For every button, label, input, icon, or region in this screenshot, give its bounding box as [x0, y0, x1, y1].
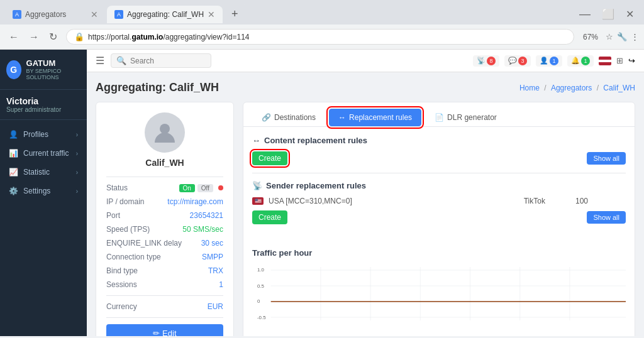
- tab-dlr-generator[interactable]: 📄 DLR generator: [425, 109, 506, 126]
- tab-destinations[interactable]: 🔗 Destinations: [252, 109, 325, 126]
- brand-name: GATUM: [26, 58, 80, 68]
- sidebar-item-current-traffic[interactable]: 📊 Current traffic ›: [0, 144, 87, 163]
- badge-bell: 🔔 1: [567, 55, 594, 67]
- browser-toolbar: ← → ↻ 🔒 https://portal.gatum.io/aggregat…: [0, 25, 644, 49]
- status-dot: [218, 185, 223, 190]
- badge-chat: 💬 3: [504, 55, 531, 67]
- status-off-button[interactable]: Off: [197, 184, 213, 192]
- enquire-value: 30 sec: [201, 239, 223, 248]
- address-bar[interactable]: 🔒 https://portal.gatum.io/aggregating/vi…: [66, 29, 574, 45]
- chevron-icon: ›: [76, 131, 78, 138]
- topbar-left: ☰ 🔍: [96, 53, 211, 68]
- replacement-icon: ↔: [338, 113, 346, 122]
- hamburger-icon[interactable]: ☰: [96, 55, 104, 67]
- flag-icon: [599, 57, 611, 65]
- content-grid: Calif_WH Status On Off IP / domain tcp:: [96, 102, 635, 336]
- tab-label-aggregators: Aggregators: [25, 10, 66, 19]
- content-create-row: Create Show all: [252, 151, 626, 165]
- avatar-section: Calif_WH: [106, 112, 223, 168]
- sender-show-all-button[interactable]: Show all: [587, 211, 626, 224]
- extensions-icon[interactable]: 🔧: [617, 32, 627, 41]
- logout-icon[interactable]: ↪: [628, 56, 635, 65]
- breadcrumb-sep1: /: [544, 84, 548, 92]
- browser-chrome: A Aggregators ✕ A Aggregating: Calif_WH …: [0, 0, 644, 50]
- zoom-level: 67%: [579, 31, 602, 43]
- avatar-icon: [152, 120, 177, 145]
- tab-replacement-label: Replacement rules: [349, 113, 412, 122]
- tab-favicon-aggregators: A: [13, 10, 21, 19]
- tab-aggregators[interactable]: A Aggregators ✕: [5, 6, 106, 23]
- tab-dlr-label: DLR generator: [447, 113, 497, 122]
- sessions-value: 1: [219, 280, 223, 289]
- sidebar-item-profiles[interactable]: 👤 Profiles ›: [0, 125, 87, 144]
- badge-signal: 📡 8: [473, 55, 499, 67]
- chart-container: 1.0 0.5 0 -0.5: [252, 264, 626, 327]
- bind-type-value: TRX: [208, 266, 223, 275]
- maximize-button[interactable]: ⬜: [597, 8, 619, 20]
- currency-value: EUR: [208, 302, 223, 311]
- sidebar-item-statistic[interactable]: 📈 Statistic ›: [0, 163, 87, 182]
- sender-replacement-title: 📡 Sender replacement rules: [252, 181, 626, 190]
- settings-icon: ⚙️: [9, 187, 18, 195]
- minimize-button[interactable]: —: [574, 8, 596, 21]
- svg-text:0.5: 0.5: [257, 283, 265, 289]
- username: Victoria: [6, 96, 80, 106]
- grid-icon[interactable]: ⊞: [616, 56, 623, 65]
- bind-type-row: Bind type TRX: [106, 266, 223, 275]
- badge-user: 👤 1: [536, 55, 562, 67]
- divider: [106, 177, 223, 177]
- content-replacement-title: ↔ Content replacement rules: [252, 136, 626, 145]
- refresh-button[interactable]: ↻: [45, 28, 61, 45]
- content-create-button[interactable]: Create: [252, 151, 287, 165]
- tab-close-aggregating[interactable]: ✕: [208, 9, 215, 19]
- security-icon: 🔒: [74, 32, 84, 41]
- content-show-all-button[interactable]: Show all: [587, 152, 626, 165]
- logo-text: GATUM BY SEMPICO SOLUTIONS: [26, 58, 80, 80]
- tab-label-aggregating: Aggregating: Calif_WH: [127, 10, 204, 19]
- sender-row: 🇺🇸 USA [MCC=310,MNC=0] TikTok 100: [252, 197, 626, 205]
- traffic-icon: 📊: [9, 149, 18, 158]
- divider3: [106, 317, 223, 318]
- tab-aggregating[interactable]: A Aggregating: Calif_WH ✕: [107, 6, 223, 23]
- user-count: 1: [550, 57, 558, 65]
- status-toggle: On Off: [179, 184, 224, 192]
- bookmark-icon[interactable]: ☆: [606, 32, 613, 41]
- menu-icon[interactable]: ⋮: [631, 32, 639, 41]
- svg-text:0: 0: [257, 298, 260, 304]
- sender-create-button[interactable]: Create: [252, 210, 287, 224]
- search-input[interactable]: [130, 57, 206, 65]
- enquire-label: ENQUIRE_LINK delay: [106, 239, 182, 248]
- tab-close-aggregators[interactable]: ✕: [91, 9, 98, 19]
- sidebar-logo: G GATUM BY SEMPICO SOLUTIONS: [0, 50, 87, 90]
- new-tab-button[interactable]: +: [224, 4, 246, 25]
- aggregator-name: Calif_WH: [106, 158, 223, 168]
- speed-label: Speed (TPS): [106, 225, 150, 234]
- tab-replacement-rules[interactable]: ↔ Replacement rules: [329, 109, 421, 126]
- page-header: Aggregating: Calif_WH Home / Aggregators…: [96, 81, 635, 94]
- edit-button[interactable]: ✏ Edit: [106, 324, 223, 336]
- connection-row: Connection type SMPP: [106, 253, 223, 261]
- close-button[interactable]: ✕: [621, 8, 639, 20]
- avatar: [145, 112, 185, 153]
- signal-count: 8: [487, 57, 496, 65]
- status-on-button[interactable]: On: [179, 184, 195, 192]
- speed-row: Speed (TPS) 50 SMS/sec: [106, 225, 223, 234]
- sidebar-item-settings[interactable]: ⚙️ Settings ›: [0, 182, 87, 200]
- breadcrumb-sep2: /: [597, 84, 601, 92]
- breadcrumb-home[interactable]: Home: [519, 84, 540, 92]
- destinations-icon: 🔗: [262, 113, 271, 122]
- breadcrumb-current[interactable]: Calif_WH: [603, 84, 635, 92]
- back-button[interactable]: ←: [5, 28, 23, 45]
- user-role: Super administrator: [6, 106, 80, 113]
- statistic-icon: 📈: [9, 168, 18, 177]
- currency-label: Currency: [106, 302, 137, 311]
- signal-icon: 📡: [477, 57, 486, 65]
- search-box[interactable]: 🔍: [111, 53, 211, 68]
- forward-button[interactable]: →: [25, 28, 43, 45]
- dlr-icon: 📄: [435, 113, 444, 122]
- main-content: ☰ 🔍 📡 8 💬 3 👤 1: [87, 50, 644, 336]
- sidebar-nav: 👤 Profiles › 📊 Current traffic › 📈 Stati…: [0, 120, 87, 336]
- breadcrumb-aggregators[interactable]: Aggregators: [551, 84, 592, 92]
- topbar: ☰ 🔍 📡 8 💬 3 👤 1: [87, 50, 644, 72]
- sidebar-item-label-traffic: Current traffic: [23, 149, 69, 158]
